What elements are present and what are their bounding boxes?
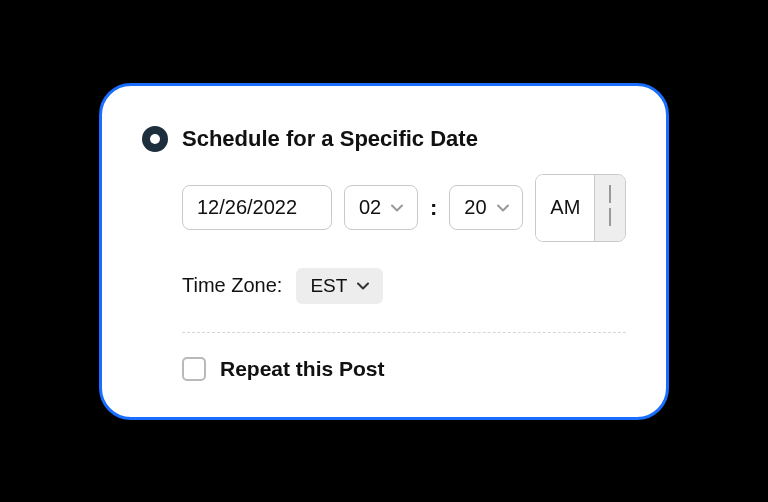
minute-select[interactable]: 20 bbox=[449, 185, 523, 230]
minute-value: 20 bbox=[464, 196, 486, 219]
hour-value: 02 bbox=[359, 196, 381, 219]
chevron-down-icon bbox=[497, 204, 509, 212]
schedule-datetime-row: 12/26/2022 02 : 20 AM bbox=[182, 174, 626, 242]
ampm-am-label: AM bbox=[550, 196, 580, 219]
radio-selected-icon bbox=[142, 126, 168, 152]
radio-label: Schedule for a Specific Date bbox=[182, 126, 478, 152]
repeat-label: Repeat this Post bbox=[220, 357, 385, 381]
chevron-down-icon bbox=[357, 282, 369, 290]
pause-icon bbox=[609, 185, 611, 231]
date-value: 12/26/2022 bbox=[197, 196, 297, 218]
repeat-post-row: Repeat this Post bbox=[182, 357, 626, 381]
time-separator: : bbox=[430, 195, 437, 221]
timezone-value: EST bbox=[310, 275, 347, 297]
timezone-select[interactable]: EST bbox=[296, 268, 383, 304]
chevron-down-icon bbox=[391, 204, 403, 212]
schedule-card: Schedule for a Specific Date 12/26/2022 … bbox=[99, 83, 669, 420]
section-divider bbox=[182, 332, 626, 333]
date-input[interactable]: 12/26/2022 bbox=[182, 185, 332, 230]
ampm-toggle: AM bbox=[535, 174, 626, 242]
hour-select[interactable]: 02 bbox=[344, 185, 418, 230]
ampm-pm-button[interactable] bbox=[594, 175, 625, 241]
repeat-checkbox[interactable] bbox=[182, 357, 206, 381]
timezone-label: Time Zone: bbox=[182, 274, 282, 297]
ampm-am-button[interactable]: AM bbox=[536, 175, 594, 241]
timezone-row: Time Zone: EST bbox=[182, 268, 626, 304]
radio-schedule-specific-date[interactable]: Schedule for a Specific Date bbox=[142, 126, 626, 152]
